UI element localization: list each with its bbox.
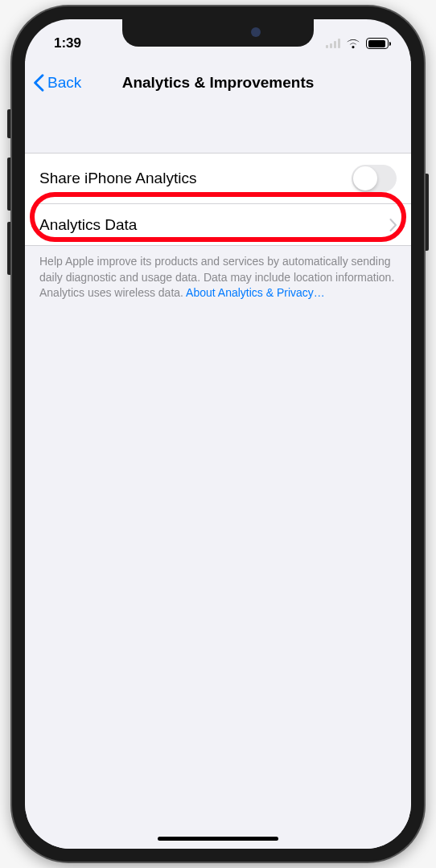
settings-group: Share iPhone Analytics Analytics Data [25, 153, 411, 246]
home-indicator[interactable] [158, 837, 278, 841]
side-button [424, 174, 429, 251]
cellular-icon [326, 39, 340, 48]
phone-mockup: 1:39 Back Analy [0, 0, 436, 868]
share-analytics-toggle[interactable] [352, 165, 397, 192]
footer-description: Help Apple improve its products and serv… [25, 246, 411, 301]
navigation-bar: Back Analytics & Improvements [25, 61, 411, 104]
content-area: Share iPhone Analytics Analytics Data He… [25, 104, 411, 849]
share-analytics-label: Share iPhone Analytics [39, 170, 196, 187]
toggle-knob [353, 166, 377, 190]
status-indicators [326, 38, 389, 49]
back-label: Back [47, 74, 81, 92]
device-frame: 1:39 Back Analy [12, 6, 424, 862]
back-button[interactable]: Back [33, 74, 81, 92]
page-title: Analytics & Improvements [122, 74, 315, 92]
analytics-data-label: Analytics Data [39, 216, 137, 234]
share-analytics-row[interactable]: Share iPhone Analytics [25, 154, 411, 203]
status-time: 1:39 [54, 35, 81, 51]
chevron-left-icon [33, 74, 44, 92]
screen: 1:39 Back Analy [25, 19, 411, 849]
about-analytics-link[interactable]: About Analytics & Privacy… [186, 286, 325, 299]
analytics-data-row[interactable]: Analytics Data [39, 203, 411, 245]
notch [122, 19, 314, 47]
wifi-icon [346, 38, 360, 49]
battery-icon [366, 38, 389, 49]
chevron-right-icon [389, 219, 397, 231]
